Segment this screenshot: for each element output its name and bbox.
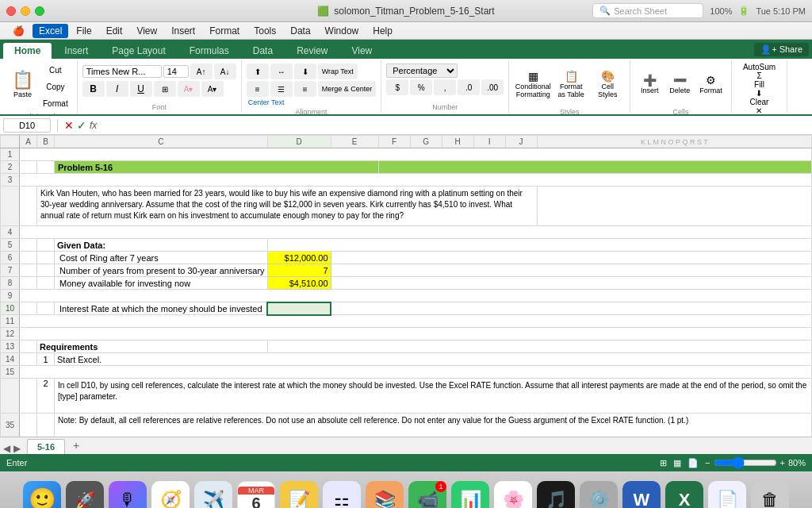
align-middle[interactable]: ↔ [270, 64, 293, 79]
font-increase[interactable]: A↑ [190, 64, 213, 79]
font-decrease[interactable]: A↓ [214, 64, 236, 79]
border-button[interactable]: ⊞ [154, 81, 176, 97]
col-header-a[interactable]: A [20, 136, 37, 148]
number-format-select[interactable]: Percentage [386, 64, 458, 78]
cost-value-cell[interactable]: $12,000.00 [267, 252, 331, 264]
dock-siri[interactable]: 🎙 [109, 481, 147, 509]
tab-formulas[interactable]: Formulas [178, 43, 240, 59]
years-value-cell[interactable]: 7 [267, 264, 331, 277]
menu-help[interactable]: Help [366, 24, 399, 38]
increase-decimal[interactable]: .00 [481, 79, 504, 95]
dock-launchpad[interactable]: 🚀 [66, 481, 104, 509]
problem-title-cell[interactable]: Problem 5-16 [55, 161, 379, 174]
normal-view-icon[interactable]: ⊞ [660, 458, 667, 468]
prev-sheet[interactable]: ◀ [3, 443, 10, 454]
cancel-icon[interactable]: ✕ [64, 119, 74, 132]
menu-view[interactable]: View [130, 24, 163, 38]
tab-insert[interactable]: Insert [53, 43, 99, 59]
align-right[interactable]: ≡ [294, 81, 316, 97]
currency-button[interactable]: $ [386, 79, 408, 95]
interest-rate-label-cell[interactable]: Interest Rate at which the money should … [55, 302, 268, 315]
row-1[interactable]: 1 [1, 148, 20, 161]
decrease-decimal[interactable]: .0 [458, 79, 480, 95]
col-header-b[interactable]: B [37, 136, 55, 148]
menu-format[interactable]: Format [203, 24, 246, 38]
comma-button[interactable]: , [434, 79, 456, 95]
col-header-j[interactable]: J [505, 136, 537, 148]
dock-notes[interactable]: 📝 [280, 481, 318, 509]
col-header-d[interactable]: D [267, 136, 331, 148]
dock-finder[interactable]: 🙂 [23, 481, 61, 509]
zoom-out-button[interactable]: − [705, 458, 710, 468]
share-button[interactable]: 👤+ Sort & Filter Share [754, 43, 809, 56]
requirements-cell[interactable]: Requirements [37, 341, 268, 353]
fill-button[interactable]: Fill ⬇ [737, 81, 783, 97]
dock-preview[interactable]: 📄 [708, 481, 746, 509]
dock-music[interactable]: 🎵 [537, 481, 575, 509]
close-button[interactable] [6, 6, 16, 16]
search-box[interactable]: 🔍 Search Sheet [592, 3, 703, 18]
menu-excel[interactable]: Excel [33, 24, 68, 38]
menu-tools[interactable]: Tools [247, 24, 282, 38]
cut-button[interactable]: Cut [39, 62, 72, 78]
align-center[interactable]: ☰ [270, 81, 293, 97]
format-as-table-button[interactable]: 📋 Format as Table [553, 62, 588, 106]
col-header-i[interactable]: I [473, 136, 505, 148]
conditional-formatting-button[interactable]: ▦ Conditional Formatting [514, 62, 552, 106]
copy-button[interactable]: Copy [39, 79, 72, 94]
sheet-tab-5-16[interactable]: 5-16 [27, 439, 65, 454]
fill-color-button[interactable]: A▾ [178, 81, 200, 97]
center-text-label[interactable]: Center Text [247, 98, 377, 106]
delete-cell-button[interactable]: ➖ Delete [665, 62, 694, 106]
font-size-input[interactable] [163, 65, 189, 78]
font-name-input[interactable] [82, 65, 162, 78]
paste-button[interactable]: 📋Paste [8, 62, 37, 106]
confirm-icon[interactable]: ✓ [77, 119, 86, 132]
dock-word[interactable]: W [622, 481, 661, 509]
col-header-c[interactable]: C [55, 136, 268, 148]
menu-edit[interactable]: Edit [100, 24, 129, 38]
dock-apps[interactable]: ⚏ [323, 481, 361, 509]
col-header-e[interactable]: E [331, 136, 378, 148]
zoom-slider[interactable] [714, 456, 777, 469]
traffic-lights[interactable] [6, 6, 44, 16]
underline-button[interactable]: U [130, 81, 152, 97]
format-painter-button[interactable]: Format [39, 95, 72, 111]
insert-function-icon[interactable]: fx [90, 120, 97, 131]
cell-styles-button[interactable]: 🎨 Cell Styles [590, 62, 625, 106]
dock-excel[interactable]: X [665, 481, 703, 509]
menu-insert[interactable]: Insert [165, 24, 201, 38]
cell-reference-box[interactable] [3, 118, 51, 133]
zoom-in-button[interactable]: + [780, 458, 785, 468]
dock-system-prefs[interactable]: ⚙️ [580, 481, 618, 509]
wrap-text-button[interactable]: Wrap Text [318, 64, 358, 79]
next-sheet[interactable]: ▶ [13, 443, 21, 454]
minimize-button[interactable] [21, 6, 30, 16]
tab-view[interactable]: View [340, 43, 383, 59]
page-break-view-icon[interactable]: ▦ [673, 458, 681, 468]
money-value-cell[interactable]: $4,510.00 [267, 277, 331, 290]
menu-file[interactable]: File [70, 24, 98, 38]
col-header-f[interactable]: F [378, 136, 410, 148]
dock-books[interactable]: 📚 [366, 481, 404, 509]
cell-r1[interactable] [20, 148, 812, 161]
align-left[interactable]: ≡ [247, 81, 269, 97]
col-header-h[interactable]: H [442, 136, 473, 148]
given-data-cell[interactable]: Given Data: [55, 239, 268, 252]
corner-cell[interactable] [1, 136, 20, 148]
page-layout-view-icon[interactable]: 📄 [688, 458, 699, 468]
cost-label-cell[interactable]: Cost of Ring after 7 years [55, 252, 268, 264]
sheet-nav[interactable]: ◀ ▶ [3, 443, 21, 454]
percent-button[interactable]: % [410, 79, 432, 95]
menu-data[interactable]: Data [284, 24, 316, 38]
font-color-button[interactable]: A▾ [201, 81, 224, 97]
interest-rate-cell[interactable] [267, 302, 331, 315]
tab-page-layout[interactable]: Page Layout [101, 43, 176, 59]
maximize-button[interactable] [35, 6, 44, 16]
bold-button[interactable]: B [82, 81, 105, 97]
col-header-g[interactable]: G [410, 136, 442, 148]
clear-button[interactable]: Clear ✕ [737, 98, 783, 114]
dock-calendar[interactable]: MAR 6 [237, 481, 275, 509]
tab-home[interactable]: Home [3, 43, 52, 59]
dock-photos[interactable]: 🌸 [494, 481, 532, 509]
